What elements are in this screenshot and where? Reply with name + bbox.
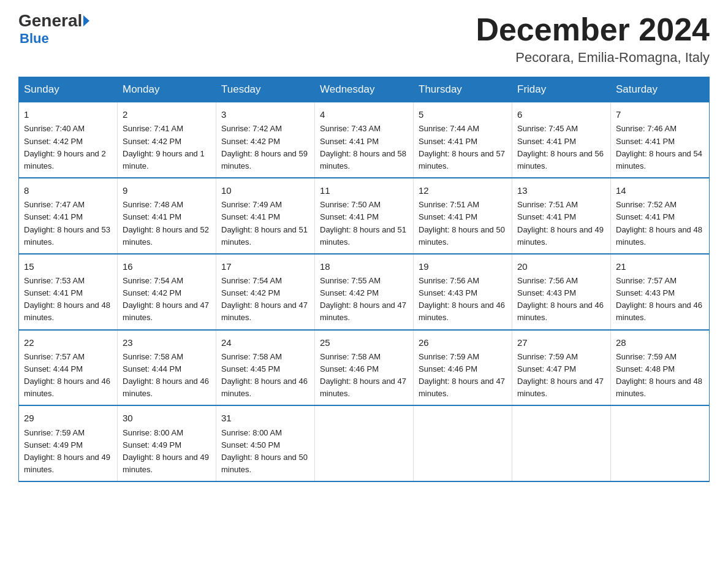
day-number: 9	[123, 183, 211, 197]
calendar-cell	[414, 405, 512, 481]
calendar-cell: 10Sunrise: 7:49 AMSunset: 4:41 PMDayligh…	[216, 178, 315, 254]
day-number: 7	[616, 107, 704, 121]
day-info: Sunrise: 7:59 AMSunset: 4:46 PMDaylight:…	[419, 351, 507, 400]
day-info: Sunrise: 7:40 AMSunset: 4:42 PMDaylight:…	[24, 123, 112, 172]
logo-text: General	[18, 12, 90, 29]
calendar-table: Sunday Monday Tuesday Wednesday Thursday…	[18, 77, 710, 482]
day-info: Sunrise: 7:52 AMSunset: 4:41 PMDaylight:…	[616, 199, 704, 248]
calendar-week-1: 1Sunrise: 7:40 AMSunset: 4:42 PMDaylight…	[19, 102, 710, 178]
day-number: 18	[320, 259, 408, 274]
calendar-cell	[315, 405, 414, 481]
day-number: 8	[24, 183, 112, 197]
calendar-cell: 28Sunrise: 7:59 AMSunset: 4:48 PMDayligh…	[611, 330, 710, 406]
calendar-week-2: 8Sunrise: 7:47 AMSunset: 4:41 PMDaylight…	[19, 178, 710, 254]
col-friday: Friday	[512, 77, 611, 102]
calendar-cell	[611, 405, 710, 481]
day-info: Sunrise: 7:44 AMSunset: 4:41 PMDaylight:…	[419, 123, 507, 172]
day-number: 25	[320, 335, 408, 350]
calendar-cell: 30Sunrise: 8:00 AMSunset: 4:49 PMDayligh…	[118, 405, 216, 481]
calendar-cell: 22Sunrise: 7:57 AMSunset: 4:44 PMDayligh…	[19, 330, 118, 406]
calendar-cell: 2Sunrise: 7:41 AMSunset: 4:42 PMDaylight…	[118, 102, 216, 178]
day-info: Sunrise: 8:00 AMSunset: 4:49 PMDaylight:…	[123, 427, 211, 477]
logo-triangle-icon	[83, 15, 89, 26]
day-number: 23	[123, 335, 211, 350]
calendar-cell: 23Sunrise: 7:58 AMSunset: 4:44 PMDayligh…	[118, 330, 216, 406]
calendar-cell: 20Sunrise: 7:56 AMSunset: 4:43 PMDayligh…	[512, 254, 611, 330]
logo-general: General	[18, 12, 82, 29]
day-number: 2	[123, 107, 211, 121]
day-number: 28	[616, 335, 704, 350]
calendar-cell: 1Sunrise: 7:40 AMSunset: 4:42 PMDaylight…	[19, 102, 118, 178]
calendar-cell: 26Sunrise: 7:59 AMSunset: 4:46 PMDayligh…	[414, 330, 512, 406]
day-info: Sunrise: 7:50 AMSunset: 4:41 PMDaylight:…	[320, 199, 408, 248]
day-info: Sunrise: 7:55 AMSunset: 4:42 PMDaylight:…	[320, 275, 408, 324]
calendar-cell: 8Sunrise: 7:47 AMSunset: 4:41 PMDaylight…	[19, 178, 118, 254]
calendar-cell: 9Sunrise: 7:48 AMSunset: 4:41 PMDaylight…	[118, 178, 216, 254]
day-number: 22	[24, 335, 112, 350]
calendar-cell: 15Sunrise: 7:53 AMSunset: 4:41 PMDayligh…	[19, 254, 118, 330]
calendar-cell: 21Sunrise: 7:57 AMSunset: 4:43 PMDayligh…	[611, 254, 710, 330]
calendar-week-4: 22Sunrise: 7:57 AMSunset: 4:44 PMDayligh…	[19, 330, 710, 406]
calendar-cell: 6Sunrise: 7:45 AMSunset: 4:41 PMDaylight…	[512, 102, 611, 178]
day-number: 15	[24, 259, 112, 274]
logo: General Blue	[18, 12, 90, 47]
day-number: 1	[24, 107, 112, 121]
day-info: Sunrise: 7:51 AMSunset: 4:41 PMDaylight:…	[517, 199, 605, 248]
sub-title: Pecorara, Emilia-Romagna, Italy	[476, 50, 710, 66]
calendar-week-3: 15Sunrise: 7:53 AMSunset: 4:41 PMDayligh…	[19, 254, 710, 330]
day-info: Sunrise: 7:59 AMSunset: 4:48 PMDaylight:…	[616, 351, 704, 400]
header: General Blue December 2024 Pecorara, Emi…	[18, 12, 710, 66]
day-number: 13	[517, 183, 605, 197]
day-number: 12	[419, 183, 507, 197]
day-number: 24	[221, 335, 309, 350]
day-info: Sunrise: 7:48 AMSunset: 4:41 PMDaylight:…	[123, 199, 211, 248]
day-number: 5	[419, 107, 507, 121]
main-title: December 2024	[476, 12, 710, 47]
calendar-cell: 31Sunrise: 8:00 AMSunset: 4:50 PMDayligh…	[216, 405, 315, 481]
day-info: Sunrise: 7:43 AMSunset: 4:41 PMDaylight:…	[320, 123, 408, 172]
day-info: Sunrise: 7:42 AMSunset: 4:42 PMDaylight:…	[221, 123, 309, 172]
calendar-header: Sunday Monday Tuesday Wednesday Thursday…	[19, 77, 710, 102]
day-info: Sunrise: 7:41 AMSunset: 4:42 PMDaylight:…	[123, 123, 211, 172]
day-number: 3	[221, 107, 309, 121]
header-row: Sunday Monday Tuesday Wednesday Thursday…	[19, 77, 710, 102]
calendar-cell: 14Sunrise: 7:52 AMSunset: 4:41 PMDayligh…	[611, 178, 710, 254]
day-number: 6	[517, 107, 605, 121]
logo-blue-subtitle: Blue	[18, 31, 49, 47]
day-info: Sunrise: 8:00 AMSunset: 4:50 PMDaylight:…	[221, 427, 309, 477]
day-info: Sunrise: 7:58 AMSunset: 4:44 PMDaylight:…	[123, 351, 211, 400]
day-info: Sunrise: 7:45 AMSunset: 4:41 PMDaylight:…	[517, 123, 605, 172]
day-info: Sunrise: 7:46 AMSunset: 4:41 PMDaylight:…	[616, 123, 704, 172]
day-number: 4	[320, 107, 408, 121]
calendar-cell: 19Sunrise: 7:56 AMSunset: 4:43 PMDayligh…	[414, 254, 512, 330]
calendar-cell: 12Sunrise: 7:51 AMSunset: 4:41 PMDayligh…	[414, 178, 512, 254]
calendar-cell: 4Sunrise: 7:43 AMSunset: 4:41 PMDaylight…	[315, 102, 414, 178]
day-info: Sunrise: 7:54 AMSunset: 4:42 PMDaylight:…	[221, 275, 309, 324]
calendar-cell: 17Sunrise: 7:54 AMSunset: 4:42 PMDayligh…	[216, 254, 315, 330]
title-area: December 2024 Pecorara, Emilia-Romagna, …	[476, 12, 710, 66]
day-info: Sunrise: 7:58 AMSunset: 4:46 PMDaylight:…	[320, 351, 408, 400]
col-tuesday: Tuesday	[216, 77, 315, 102]
day-number: 21	[616, 259, 704, 274]
day-info: Sunrise: 7:51 AMSunset: 4:41 PMDaylight:…	[419, 199, 507, 248]
calendar-cell: 27Sunrise: 7:59 AMSunset: 4:47 PMDayligh…	[512, 330, 611, 406]
day-info: Sunrise: 7:57 AMSunset: 4:44 PMDaylight:…	[24, 351, 112, 400]
col-sunday: Sunday	[19, 77, 118, 102]
calendar-cell: 5Sunrise: 7:44 AMSunset: 4:41 PMDaylight…	[414, 102, 512, 178]
calendar-cell: 25Sunrise: 7:58 AMSunset: 4:46 PMDayligh…	[315, 330, 414, 406]
day-info: Sunrise: 7:53 AMSunset: 4:41 PMDaylight:…	[24, 275, 112, 324]
day-number: 27	[517, 335, 605, 350]
day-info: Sunrise: 7:56 AMSunset: 4:43 PMDaylight:…	[517, 275, 605, 324]
calendar-cell	[512, 405, 611, 481]
calendar-cell: 16Sunrise: 7:54 AMSunset: 4:42 PMDayligh…	[118, 254, 216, 330]
col-wednesday: Wednesday	[315, 77, 414, 102]
day-number: 10	[221, 183, 309, 197]
col-monday: Monday	[118, 77, 216, 102]
day-info: Sunrise: 7:57 AMSunset: 4:43 PMDaylight:…	[616, 275, 704, 324]
calendar-cell: 13Sunrise: 7:51 AMSunset: 4:41 PMDayligh…	[512, 178, 611, 254]
day-number: 16	[123, 259, 211, 274]
day-number: 30	[123, 411, 211, 425]
day-info: Sunrise: 7:56 AMSunset: 4:43 PMDaylight:…	[419, 275, 507, 324]
calendar-cell: 3Sunrise: 7:42 AMSunset: 4:42 PMDaylight…	[216, 102, 315, 178]
col-thursday: Thursday	[414, 77, 512, 102]
